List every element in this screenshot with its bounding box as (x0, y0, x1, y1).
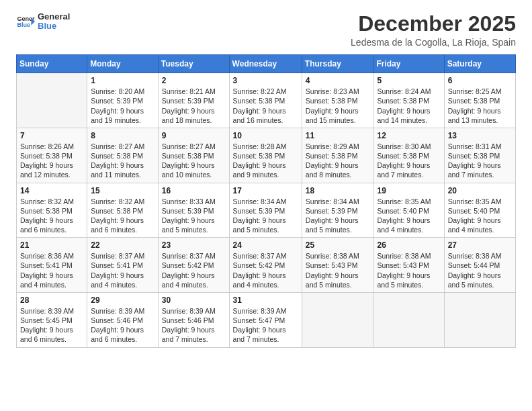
day-number: 2 (162, 76, 226, 85)
weekday-wednesday: Wednesday (229, 55, 302, 73)
day-info: Sunrise: 8:36 AM Sunset: 5:41 PM Dayligh… (20, 251, 83, 289)
day-number: 1 (91, 76, 154, 85)
day-number: 9 (162, 131, 226, 140)
calendar-cell: 17Sunrise: 8:34 AM Sunset: 5:39 PM Dayli… (229, 183, 302, 238)
day-number: 10 (233, 131, 298, 140)
calendar-cell: 18Sunrise: 8:34 AM Sunset: 5:39 PM Dayli… (302, 183, 373, 238)
day-number: 13 (448, 131, 512, 140)
location: Ledesma de la Cogolla, La Rioja, Spain (351, 37, 516, 48)
calendar-cell: 30Sunrise: 8:39 AM Sunset: 5:46 PM Dayli… (158, 292, 229, 347)
calendar-cell: 4Sunrise: 8:23 AM Sunset: 5:38 PM Daylig… (302, 73, 373, 128)
day-number: 15 (91, 186, 154, 195)
logo-icon: General Blue (16, 12, 35, 31)
day-number: 17 (233, 186, 298, 195)
logo-blue: Blue (38, 21, 70, 31)
calendar-cell: 1Sunrise: 8:20 AM Sunset: 5:39 PM Daylig… (87, 73, 159, 128)
day-info: Sunrise: 8:32 AM Sunset: 5:38 PM Dayligh… (20, 197, 83, 235)
calendar-cell: 6Sunrise: 8:25 AM Sunset: 5:38 PM Daylig… (444, 73, 515, 128)
day-info: Sunrise: 8:37 AM Sunset: 5:42 PM Dayligh… (162, 251, 226, 289)
week-row-2: 14Sunrise: 8:32 AM Sunset: 5:38 PM Dayli… (17, 183, 516, 238)
calendar-cell (17, 73, 87, 128)
weekday-friday: Friday (373, 55, 444, 73)
weekday-thursday: Thursday (302, 55, 373, 73)
day-number: 19 (377, 186, 440, 195)
day-number: 30 (162, 295, 226, 305)
calendar-cell: 27Sunrise: 8:38 AM Sunset: 5:44 PM Dayli… (444, 238, 515, 293)
calendar-cell: 22Sunrise: 8:37 AM Sunset: 5:41 PM Dayli… (87, 238, 159, 293)
calendar-cell: 26Sunrise: 8:38 AM Sunset: 5:43 PM Dayli… (373, 238, 444, 293)
day-info: Sunrise: 8:35 AM Sunset: 5:40 PM Dayligh… (377, 197, 440, 235)
day-number: 29 (91, 295, 154, 305)
day-info: Sunrise: 8:29 AM Sunset: 5:38 PM Dayligh… (306, 142, 370, 180)
day-info: Sunrise: 8:38 AM Sunset: 5:43 PM Dayligh… (377, 251, 440, 289)
calendar-cell: 13Sunrise: 8:31 AM Sunset: 5:38 PM Dayli… (444, 128, 515, 183)
day-info: Sunrise: 8:20 AM Sunset: 5:39 PM Dayligh… (91, 87, 154, 125)
day-number: 23 (162, 240, 226, 250)
day-info: Sunrise: 8:31 AM Sunset: 5:38 PM Dayligh… (448, 142, 512, 180)
day-info: Sunrise: 8:21 AM Sunset: 5:39 PM Dayligh… (162, 87, 226, 125)
calendar-cell: 2Sunrise: 8:21 AM Sunset: 5:39 PM Daylig… (158, 73, 229, 128)
day-info: Sunrise: 8:30 AM Sunset: 5:38 PM Dayligh… (377, 142, 440, 180)
calendar-cell: 9Sunrise: 8:27 AM Sunset: 5:38 PM Daylig… (158, 128, 229, 183)
week-row-0: 1Sunrise: 8:20 AM Sunset: 5:39 PM Daylig… (17, 73, 516, 128)
day-number: 5 (377, 76, 440, 85)
day-info: Sunrise: 8:27 AM Sunset: 5:38 PM Dayligh… (91, 142, 154, 180)
weekday-saturday: Saturday (444, 55, 515, 73)
weekday-header-row: SundayMondayTuesdayWednesdayThursdayFrid… (17, 55, 516, 73)
weekday-sunday: Sunday (17, 55, 87, 73)
calendar-cell (444, 292, 515, 347)
day-info: Sunrise: 8:22 AM Sunset: 5:38 PM Dayligh… (233, 87, 298, 125)
day-info: Sunrise: 8:37 AM Sunset: 5:42 PM Dayligh… (233, 251, 298, 289)
day-number: 20 (448, 186, 512, 195)
calendar-cell (373, 292, 444, 347)
day-info: Sunrise: 8:26 AM Sunset: 5:38 PM Dayligh… (20, 142, 83, 180)
calendar: SundayMondayTuesdayWednesdayThursdayFrid… (16, 54, 516, 347)
weekday-tuesday: Tuesday (158, 55, 229, 73)
day-number: 11 (306, 131, 370, 140)
calendar-cell: 14Sunrise: 8:32 AM Sunset: 5:38 PM Dayli… (17, 183, 87, 238)
calendar-cell: 12Sunrise: 8:30 AM Sunset: 5:38 PM Dayli… (373, 128, 444, 183)
calendar-cell: 3Sunrise: 8:22 AM Sunset: 5:38 PM Daylig… (229, 73, 302, 128)
day-number: 26 (377, 240, 440, 250)
day-number: 16 (162, 186, 226, 195)
header: General Blue General Blue December 2025 … (16, 12, 516, 48)
day-info: Sunrise: 8:39 AM Sunset: 5:47 PM Dayligh… (233, 306, 298, 345)
svg-text:Blue: Blue (17, 22, 30, 29)
calendar-cell: 28Sunrise: 8:39 AM Sunset: 5:45 PM Dayli… (17, 292, 87, 347)
day-info: Sunrise: 8:39 AM Sunset: 5:46 PM Dayligh… (162, 306, 226, 345)
day-number: 31 (233, 295, 298, 305)
day-info: Sunrise: 8:39 AM Sunset: 5:45 PM Dayligh… (20, 306, 83, 345)
day-info: Sunrise: 8:34 AM Sunset: 5:39 PM Dayligh… (233, 197, 298, 235)
calendar-cell: 24Sunrise: 8:37 AM Sunset: 5:42 PM Dayli… (229, 238, 302, 293)
calendar-cell: 15Sunrise: 8:32 AM Sunset: 5:38 PM Dayli… (87, 183, 159, 238)
calendar-cell: 31Sunrise: 8:39 AM Sunset: 5:47 PM Dayli… (229, 292, 302, 347)
calendar-cell: 25Sunrise: 8:38 AM Sunset: 5:43 PM Dayli… (302, 238, 373, 293)
day-number: 28 (20, 295, 83, 305)
day-info: Sunrise: 8:28 AM Sunset: 5:38 PM Dayligh… (233, 142, 298, 180)
calendar-cell: 19Sunrise: 8:35 AM Sunset: 5:40 PM Dayli… (373, 183, 444, 238)
day-number: 21 (20, 240, 83, 250)
day-info: Sunrise: 8:24 AM Sunset: 5:38 PM Dayligh… (377, 87, 440, 125)
day-info: Sunrise: 8:39 AM Sunset: 5:46 PM Dayligh… (91, 306, 154, 345)
day-number: 14 (20, 186, 83, 195)
day-number: 12 (377, 131, 440, 140)
day-info: Sunrise: 8:38 AM Sunset: 5:43 PM Dayligh… (306, 251, 370, 289)
title-block: December 2025 Ledesma de la Cogolla, La … (351, 12, 516, 48)
day-number: 18 (306, 186, 370, 195)
day-info: Sunrise: 8:38 AM Sunset: 5:44 PM Dayligh… (448, 251, 512, 289)
day-number: 4 (306, 76, 370, 85)
day-number: 8 (91, 131, 154, 140)
day-number: 27 (448, 240, 512, 250)
logo: General Blue General Blue (16, 12, 70, 32)
calendar-cell (302, 292, 373, 347)
month-title: December 2025 (351, 12, 516, 36)
calendar-cell: 16Sunrise: 8:33 AM Sunset: 5:39 PM Dayli… (158, 183, 229, 238)
calendar-cell: 21Sunrise: 8:36 AM Sunset: 5:41 PM Dayli… (17, 238, 87, 293)
day-info: Sunrise: 8:34 AM Sunset: 5:39 PM Dayligh… (306, 197, 370, 235)
day-number: 6 (448, 76, 512, 85)
logo-general: General (38, 12, 70, 21)
day-info: Sunrise: 8:27 AM Sunset: 5:38 PM Dayligh… (162, 142, 226, 180)
week-row-3: 21Sunrise: 8:36 AM Sunset: 5:41 PM Dayli… (17, 238, 516, 293)
day-info: Sunrise: 8:37 AM Sunset: 5:41 PM Dayligh… (91, 251, 154, 289)
calendar-cell: 20Sunrise: 8:35 AM Sunset: 5:40 PM Dayli… (444, 183, 515, 238)
